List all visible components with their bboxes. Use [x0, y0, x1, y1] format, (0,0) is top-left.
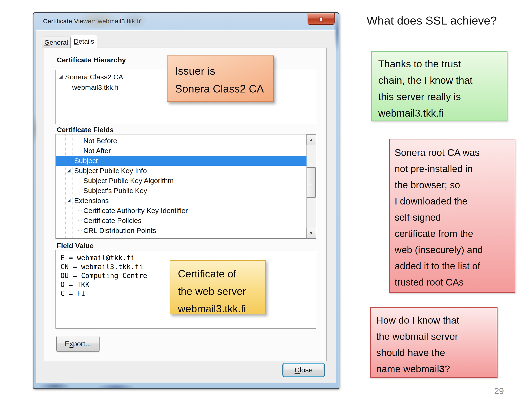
issuer-callout-line: Issuer is	[175, 62, 273, 80]
root-ca-note-line: added it to the list of	[395, 258, 515, 274]
root-ca-note-line: web (insecurely) and	[395, 242, 515, 258]
scroll-up-icon: ▲	[309, 137, 313, 142]
web-server-callout-line: webmail3.tkk.fi	[178, 300, 265, 317]
tree-item-label: Certificate Policies	[83, 216, 141, 225]
scroll-up-button[interactable]: ▲	[306, 134, 316, 145]
tree-item-label: Certificate Authority Key Identifier	[83, 207, 188, 215]
scrollbar-thumb[interactable]	[307, 167, 316, 198]
certificate-fields-label: Certificate Fields	[57, 126, 114, 134]
close-icon: x	[319, 15, 323, 23]
expanded-twisty-icon[interactable]: ◢	[67, 168, 70, 173]
webmail-name-question-note: How do I know thatthe webmail servershou…	[370, 307, 498, 378]
root-ca-note-line: I downloaded the	[395, 193, 515, 209]
tree-item-subject-s-public-key[interactable]: Subject's Public Key	[56, 186, 306, 196]
root-ca-note-line: Sonera root CA was	[395, 145, 515, 161]
root-ca-note-line: the browser; so	[395, 177, 515, 193]
trust-chain-note-line: chain, the I know that	[378, 72, 507, 89]
web-server-callout-line: the web server	[178, 283, 265, 300]
root-ca-note-line: certificate from the	[395, 226, 515, 242]
webmail-name-note-line: the webmail server	[376, 328, 497, 345]
tab-general[interactable]: General	[42, 37, 71, 48]
field-value-label: Field Value	[57, 242, 94, 250]
window-close-button[interactable]: x	[308, 13, 335, 25]
tree-item-label: Subject	[74, 157, 98, 165]
title-bar[interactable]: Certificate Viewer:"webmail3.tkk.fi"	[33, 13, 339, 30]
tree-item-certificate-policies[interactable]: Certificate Policies	[56, 215, 306, 226]
web-server-callout-line: Certificate of	[178, 265, 265, 283]
expanded-twisty-icon[interactable]: ◢	[59, 74, 63, 79]
tree-item-subject-public-key-algorithm[interactable]: Subject Public Key Algorithm	[56, 176, 306, 186]
scroll-down-icon: ▼	[309, 231, 313, 235]
tree-connector	[78, 181, 82, 181]
close-button[interactable]: Close	[283, 363, 324, 377]
tree-item-not-before[interactable]: Not Before	[56, 136, 306, 146]
slide-heading: What does SSL achieve?	[367, 14, 497, 27]
tree-connector	[78, 190, 82, 191]
tree-item-label: Not Before	[83, 137, 117, 145]
tree-item-subject-public-key-info[interactable]: ◢Subject Public Key Info	[56, 166, 306, 176]
tab-details[interactable]: Details	[71, 35, 97, 48]
webmail-name-note-line: should have the	[376, 345, 497, 361]
field-value-line: OU = Computing Centre	[60, 271, 147, 280]
tree-item-label: Extensions	[74, 196, 109, 205]
tree-item-not-after[interactable]: Not After	[56, 146, 306, 156]
trust-chain-note-line: webmail3.tkk.fi	[378, 105, 507, 121]
field-value-line: C = FI	[60, 289, 147, 298]
tree-connector	[78, 210, 82, 211]
webmail-name-note-line: How do I know that	[376, 312, 497, 328]
tree-item-certificate-authority-key-identifier[interactable]: Certificate Authority Key Identifier	[56, 206, 306, 215]
fields-scrollbar[interactable]: ▲ ▼	[306, 134, 316, 238]
field-value-line: O = TKK	[60, 280, 147, 289]
field-value-line: CN = webmail3.tkk.fi	[60, 262, 147, 271]
dialog-client-area: General Details Certificate Hierarchy ◢S…	[36, 30, 336, 383]
tree-item-label: Subject's Public Key	[83, 187, 147, 195]
tree-item-label: Not After	[83, 147, 111, 155]
issuer-callout: Issuer isSonera Class2 CA	[167, 56, 274, 102]
tree-item-extensions[interactable]: ◢Extensions	[56, 196, 306, 206]
root-ca-note-line: not pre-installed in	[395, 161, 515, 177]
tree-connector	[78, 141, 82, 141]
expanded-twisty-icon[interactable]: ◢	[67, 198, 70, 203]
trust-chain-note-line: this server really is	[378, 89, 507, 105]
tree-connector	[78, 221, 82, 221]
field-value-line: E = webmail@tkk.fi	[60, 253, 147, 262]
tree-item-subject[interactable]: Subject	[56, 156, 306, 166]
web-server-cert-callout: Certificate ofthe web serverwebmail3.tkk…	[170, 260, 266, 314]
webmail-name-note-line: name webmail3?	[376, 361, 497, 377]
tree-item-label: CRL Distribution Points	[83, 227, 156, 235]
scroll-down-button[interactable]: ▼	[306, 228, 316, 238]
root-ca-note-line: trusted root CAs	[395, 274, 515, 290]
tree-item-label: Subject Public Key Info	[74, 167, 147, 175]
tree-connector	[78, 151, 82, 151]
certificate-hierarchy-label: Certificate Hierarchy	[57, 56, 126, 64]
tree-connector	[78, 230, 82, 231]
tree-item-label: Subject Public Key Algorithm	[83, 177, 174, 185]
page-number: 29	[494, 386, 504, 396]
export-button[interactable]: Export...	[56, 336, 100, 352]
certificate-viewer-window: Certificate Viewer:"webmail3.tkk.fi" x G…	[33, 12, 339, 389]
tree-item-label: webmail3.tkk.fi	[72, 83, 119, 91]
root-ca-note: Sonera root CA wasnot pre-installed inth…	[389, 139, 515, 293]
tree-connector	[69, 161, 73, 161]
certificate-fields-tree: Not BeforeNot AfterSubject◢Subject Publi…	[56, 134, 316, 239]
tree-item-label: Sonera Class2 CA	[65, 73, 123, 81]
trust-chain-note-line: Thanks to the trust	[378, 56, 507, 72]
issuer-callout-line: Sonera Class2 CA	[175, 80, 273, 98]
trust-chain-note: Thanks to the trustchain, the I know tha…	[371, 51, 507, 121]
root-ca-note-line: self-signed	[395, 209, 515, 226]
tree-item-crl-distribution-points[interactable]: CRL Distribution Points	[56, 226, 306, 235]
window-title: Certificate Viewer:"webmail3.tkk.fi"	[43, 18, 143, 25]
slide-background: { "colors": { "selection_blue": "#2e8be8…	[0, 0, 532, 399]
details-tab-page: Certificate Hierarchy ◢Sonera Class2 CAw…	[43, 48, 327, 361]
